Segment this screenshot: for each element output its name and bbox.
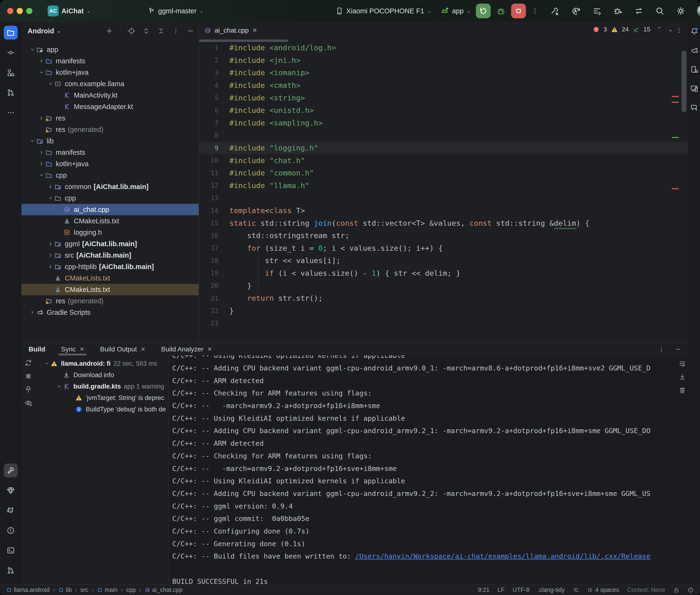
chevron-down-icon[interactable]	[43, 361, 51, 366]
build-tree-item[interactable]: 'jvmTarget: String' is deprec	[35, 392, 169, 403]
hide-panel-icon[interactable]	[187, 27, 194, 35]
user-avatar[interactable]	[697, 4, 700, 18]
activity-bar-item-terminal[interactable]	[4, 544, 18, 557]
highlight-level-icon[interactable]	[688, 587, 694, 593]
breadcrumb-item[interactable]: Cai_chat.cpp	[145, 587, 183, 593]
tree-item-logging-h[interactable]: logging.h	[22, 227, 199, 238]
update-project-icon[interactable]	[634, 6, 644, 16]
debug-button[interactable]	[496, 6, 506, 16]
breadcrumb-item[interactable]: main	[97, 587, 117, 593]
build-options-kebab-icon[interactable]	[658, 346, 665, 353]
search-everywhere-icon[interactable]	[655, 6, 665, 16]
chevron-right-icon[interactable]	[38, 58, 45, 64]
context-widget[interactable]: Context: None	[627, 587, 665, 593]
activity-bar-item-project[interactable]	[4, 26, 18, 39]
tree-item-gradle-scripts[interactable]: Gradle Scripts	[22, 307, 199, 318]
clear-console-icon[interactable]	[678, 387, 686, 394]
pin-icon[interactable]	[24, 386, 32, 394]
tree-item-ai-chat-cpp[interactable]: Cai_chat.cpp	[22, 204, 199, 215]
tree-item-com-example-llama[interactable]: com.example.llama	[22, 78, 199, 89]
right-strip-gradle-icon[interactable]	[690, 46, 699, 55]
build-tab-build-output[interactable]: Build Output✕	[100, 343, 145, 356]
right-strip-device-manager-icon[interactable]	[690, 65, 699, 74]
chevron-right-icon[interactable]	[38, 161, 45, 167]
breadcrumb-item[interactable]: src	[81, 587, 88, 593]
project-widget[interactable]: AC AiChat ⌄	[48, 0, 91, 22]
build-hammer-icon[interactable]	[550, 6, 560, 16]
activity-bar-item-version-control[interactable]	[4, 564, 18, 577]
error-stripe-mark[interactable]	[672, 188, 679, 189]
chevron-right-icon[interactable]	[38, 115, 45, 121]
error-stripe-mark[interactable]	[672, 102, 679, 103]
activity-bar-item-build[interactable]	[4, 463, 18, 477]
attach-debugger-icon[interactable]	[613, 6, 623, 16]
tree-item-cpp[interactable]: cpp	[22, 170, 199, 181]
refresh-sync-icon[interactable]	[24, 359, 32, 367]
chevron-down-icon[interactable]	[29, 138, 36, 144]
build-tab-sync[interactable]: Sync✕	[61, 343, 84, 356]
tree-item-kotlin-java[interactable]: kotlin+java	[22, 158, 199, 170]
tree-item-res[interactable]: res(generated)	[22, 295, 199, 307]
next-problem-icon[interactable]: ⌄	[668, 26, 673, 33]
tree-item-cmakelists-txt[interactable]: CMakeLists.txt	[22, 215, 199, 227]
chevron-down-icon[interactable]	[38, 172, 45, 178]
soft-wrap-icon[interactable]	[678, 360, 686, 367]
tree-item-kotlin-java[interactable]: kotlin+java	[22, 67, 199, 78]
chevron-down-icon[interactable]	[47, 81, 54, 87]
activity-bar-item-more[interactable]	[4, 106, 18, 119]
activity-bar-item-resource-manager[interactable]	[4, 66, 18, 80]
inspections-widget[interactable]: 3 24 15 ⌃ ⌄	[593, 26, 673, 33]
tree-item-cmakelists-txt[interactable]: CMakeLists.txt	[22, 273, 199, 284]
tree-item-res[interactable]: res(generated)	[22, 124, 199, 135]
caret-position[interactable]: 9:21	[478, 587, 489, 593]
project-view-selector[interactable]: Android ⌄	[28, 27, 61, 35]
build-console[interactable]: C/C++: -- Using KleidiAI optimized kerne…	[169, 356, 676, 585]
show-options-eye-icon[interactable]	[24, 399, 32, 407]
chevron-right-icon[interactable]	[47, 252, 54, 258]
breadcrumb-item[interactable]: cpp	[126, 587, 136, 593]
activity-bar-item-problems[interactable]	[4, 523, 18, 537]
close-tab-icon[interactable]: ✕	[80, 346, 84, 352]
run-configuration-selector[interactable]: app ⌄	[440, 0, 471, 22]
tree-item-common[interactable]: common[AiChat.lib.main]	[22, 181, 199, 192]
locate-file-icon[interactable]	[128, 27, 135, 35]
chevron-right-icon[interactable]	[38, 149, 45, 155]
tree-item-manifests[interactable]: manifests	[22, 147, 199, 158]
close-tab-icon[interactable]: ✕	[252, 27, 257, 34]
close-window-button[interactable]	[7, 8, 13, 14]
tree-item-ggml[interactable]: ggml[AiChat.lib.main]	[22, 238, 199, 250]
settings-gear-icon[interactable]	[676, 6, 685, 16]
chevron-right-icon[interactable]	[47, 241, 54, 247]
tree-item-lib[interactable]: lib	[22, 135, 199, 147]
collapse-all-icon[interactable]	[157, 27, 165, 35]
editor-scrollbar[interactable]	[682, 51, 687, 112]
build-tree-item[interactable]: llama.android: fi22 sec, 583 ms	[35, 358, 169, 369]
run-button[interactable]	[476, 4, 491, 18]
device-selector[interactable]: Xiaomi POCOPHONE F1 ⌄	[335, 0, 431, 22]
scroll-to-end-icon[interactable]	[678, 373, 686, 381]
branch-widget[interactable]: ggml-master ⌄	[148, 0, 204, 22]
tree-item-mainactivity-kt[interactable]: MainActivity.kt	[22, 89, 199, 101]
analyzer-config[interactable]: .clang-tidy	[537, 587, 565, 593]
editor-tab[interactable]: C ai_chat.cpp ✕	[199, 22, 263, 39]
editor-area[interactable]: C ai_chat.cpp ✕ 1#include <android/log.h…	[199, 22, 688, 343]
build-tree-item[interactable]: build.gradle.ktsapp 1 warning	[35, 381, 169, 392]
chevron-down-icon[interactable]	[47, 195, 54, 201]
activity-bar-item-pull-requests[interactable]	[4, 86, 18, 100]
build-tree-item[interactable]: Download info	[35, 369, 169, 381]
chevron-down-icon[interactable]	[38, 69, 45, 76]
tree-item-manifests[interactable]: manifests	[22, 55, 199, 67]
right-strip-running-devices-icon[interactable]	[690, 84, 699, 93]
tree-item-cmakelists-txt[interactable]: CMakeLists.txt	[22, 284, 199, 295]
chevron-right-icon[interactable]	[47, 263, 54, 270]
activity-bar-item-logcat[interactable]	[4, 504, 18, 517]
build-tab-build-analyzer[interactable]: Build Analyzer✕	[161, 343, 212, 356]
zoom-window-button[interactable]	[26, 8, 32, 14]
code-editor[interactable]: 1#include <android/log.h>2#include <jni.…	[199, 39, 688, 343]
options-kebab-icon[interactable]	[172, 27, 179, 35]
tree-item-app[interactable]: app	[22, 44, 199, 55]
tree-item-messageadapter-kt[interactable]: MessageAdapter.kt	[22, 101, 199, 112]
file-encoding[interactable]: UTF-8	[512, 587, 529, 593]
change-stripe-mark[interactable]	[672, 137, 679, 138]
tree-item-res[interactable]: res	[22, 112, 199, 124]
